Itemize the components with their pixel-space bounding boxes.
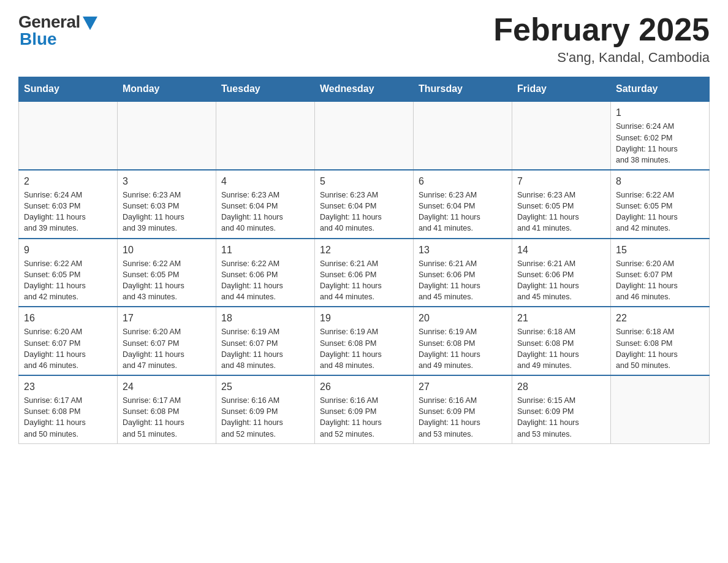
calendar-week-row: 2Sunrise: 6:24 AMSunset: 6:03 PMDaylight… [19, 170, 710, 239]
day-number: 15 [616, 243, 704, 257]
table-row: 7Sunrise: 6:23 AMSunset: 6:05 PMDaylight… [512, 170, 611, 239]
day-info: Sunrise: 6:20 AMSunset: 6:07 PMDaylight:… [616, 258, 704, 303]
month-title: February 2025 [493, 12, 710, 47]
day-number: 23 [24, 380, 112, 394]
day-info: Sunrise: 6:23 AMSunset: 6:04 PMDaylight:… [221, 190, 309, 234]
table-row: 25Sunrise: 6:16 AMSunset: 6:09 PMDayligh… [216, 375, 315, 443]
table-row [118, 101, 216, 170]
day-number: 21 [517, 311, 605, 325]
day-number: 8 [616, 174, 704, 188]
day-info: Sunrise: 6:22 AMSunset: 6:05 PMDaylight:… [24, 258, 112, 303]
table-row: 20Sunrise: 6:19 AMSunset: 6:08 PMDayligh… [414, 307, 512, 375]
day-number: 9 [24, 243, 112, 257]
table-row: 2Sunrise: 6:24 AMSunset: 6:03 PMDaylight… [19, 170, 118, 239]
day-number: 10 [123, 243, 211, 257]
table-row: 19Sunrise: 6:19 AMSunset: 6:08 PMDayligh… [315, 307, 414, 375]
calendar-week-row: 1Sunrise: 6:24 AMSunset: 6:02 PMDaylight… [19, 101, 710, 170]
day-number: 16 [24, 311, 112, 325]
table-row: 17Sunrise: 6:20 AMSunset: 6:07 PMDayligh… [118, 307, 216, 375]
table-row: 13Sunrise: 6:21 AMSunset: 6:06 PMDayligh… [414, 239, 512, 307]
table-row [216, 101, 315, 170]
table-row [611, 375, 710, 443]
header-wednesday: Wednesday [315, 77, 414, 102]
logo-triangle-icon [83, 17, 97, 30]
day-info: Sunrise: 6:23 AMSunset: 6:04 PMDaylight:… [419, 190, 507, 234]
day-number: 11 [221, 243, 309, 257]
day-number: 20 [419, 311, 507, 325]
table-row: 9Sunrise: 6:22 AMSunset: 6:05 PMDaylight… [19, 239, 118, 307]
day-info: Sunrise: 6:23 AMSunset: 6:05 PMDaylight:… [517, 190, 605, 234]
day-number: 5 [320, 174, 408, 188]
table-row: 3Sunrise: 6:23 AMSunset: 6:03 PMDaylight… [118, 170, 216, 239]
day-info: Sunrise: 6:20 AMSunset: 6:07 PMDaylight:… [24, 326, 112, 371]
day-number: 26 [320, 380, 408, 394]
table-row: 12Sunrise: 6:21 AMSunset: 6:06 PMDayligh… [315, 239, 414, 307]
day-info: Sunrise: 6:22 AMSunset: 6:06 PMDaylight:… [221, 258, 309, 303]
day-number: 14 [517, 243, 605, 257]
day-info: Sunrise: 6:15 AMSunset: 6:09 PMDaylight:… [517, 395, 605, 440]
table-row: 22Sunrise: 6:18 AMSunset: 6:08 PMDayligh… [611, 307, 710, 375]
table-row: 28Sunrise: 6:15 AMSunset: 6:09 PMDayligh… [512, 375, 611, 443]
table-row [19, 101, 118, 170]
header-thursday: Thursday [414, 77, 512, 102]
day-number: 28 [517, 380, 605, 394]
table-row: 4Sunrise: 6:23 AMSunset: 6:04 PMDaylight… [216, 170, 315, 239]
table-row [414, 101, 512, 170]
day-info: Sunrise: 6:20 AMSunset: 6:07 PMDaylight:… [123, 326, 211, 371]
day-info: Sunrise: 6:23 AMSunset: 6:04 PMDaylight:… [320, 190, 408, 234]
table-row: 15Sunrise: 6:20 AMSunset: 6:07 PMDayligh… [611, 239, 710, 307]
day-info: Sunrise: 6:17 AMSunset: 6:08 PMDaylight:… [123, 395, 211, 440]
calendar-week-row: 16Sunrise: 6:20 AMSunset: 6:07 PMDayligh… [19, 307, 710, 375]
header-saturday: Saturday [611, 77, 710, 102]
day-number: 17 [123, 311, 211, 325]
calendar-table: Sunday Monday Tuesday Wednesday Thursday… [18, 77, 710, 443]
day-info: Sunrise: 6:23 AMSunset: 6:03 PMDaylight:… [123, 190, 211, 234]
day-info: Sunrise: 6:16 AMSunset: 6:09 PMDaylight:… [320, 395, 408, 440]
day-info: Sunrise: 6:19 AMSunset: 6:08 PMDaylight:… [320, 326, 408, 371]
calendar-week-row: 9Sunrise: 6:22 AMSunset: 6:05 PMDaylight… [19, 239, 710, 307]
logo-blue-text: Blue [20, 29, 57, 49]
title-area: February 2025 S'ang, Kandal, Cambodia [493, 12, 710, 66]
header-friday: Friday [512, 77, 611, 102]
day-number: 27 [419, 380, 507, 394]
table-row: 18Sunrise: 6:19 AMSunset: 6:07 PMDayligh… [216, 307, 315, 375]
day-info: Sunrise: 6:17 AMSunset: 6:08 PMDaylight:… [24, 395, 112, 440]
day-info: Sunrise: 6:16 AMSunset: 6:09 PMDaylight:… [419, 395, 507, 440]
table-row: 27Sunrise: 6:16 AMSunset: 6:09 PMDayligh… [414, 375, 512, 443]
day-info: Sunrise: 6:18 AMSunset: 6:08 PMDaylight:… [616, 326, 704, 371]
table-row: 16Sunrise: 6:20 AMSunset: 6:07 PMDayligh… [19, 307, 118, 375]
day-number: 1 [616, 105, 704, 120]
day-number: 2 [24, 174, 112, 188]
location-subtitle: S'ang, Kandal, Cambodia [493, 50, 710, 66]
table-row: 23Sunrise: 6:17 AMSunset: 6:08 PMDayligh… [19, 375, 118, 443]
day-info: Sunrise: 6:18 AMSunset: 6:08 PMDaylight:… [517, 326, 605, 371]
day-number: 22 [616, 311, 704, 325]
day-info: Sunrise: 6:21 AMSunset: 6:06 PMDaylight:… [320, 258, 408, 303]
table-row: 5Sunrise: 6:23 AMSunset: 6:04 PMDaylight… [315, 170, 414, 239]
day-info: Sunrise: 6:22 AMSunset: 6:05 PMDaylight:… [123, 258, 211, 303]
table-row: 26Sunrise: 6:16 AMSunset: 6:09 PMDayligh… [315, 375, 414, 443]
day-number: 18 [221, 311, 309, 325]
table-row: 6Sunrise: 6:23 AMSunset: 6:04 PMDaylight… [414, 170, 512, 239]
table-row: 24Sunrise: 6:17 AMSunset: 6:08 PMDayligh… [118, 375, 216, 443]
header-sunday: Sunday [19, 77, 118, 102]
day-number: 24 [123, 380, 211, 394]
calendar-header-row: Sunday Monday Tuesday Wednesday Thursday… [19, 77, 710, 102]
day-number: 4 [221, 174, 309, 188]
table-row: 8Sunrise: 6:22 AMSunset: 6:05 PMDaylight… [611, 170, 710, 239]
day-info: Sunrise: 6:16 AMSunset: 6:09 PMDaylight:… [221, 395, 309, 440]
header-monday: Monday [118, 77, 216, 102]
day-info: Sunrise: 6:22 AMSunset: 6:05 PMDaylight:… [616, 190, 704, 234]
day-info: Sunrise: 6:21 AMSunset: 6:06 PMDaylight:… [419, 258, 507, 303]
day-number: 3 [123, 174, 211, 188]
day-info: Sunrise: 6:24 AMSunset: 6:03 PMDaylight:… [24, 190, 112, 234]
table-row: 1Sunrise: 6:24 AMSunset: 6:02 PMDaylight… [611, 101, 710, 170]
day-info: Sunrise: 6:21 AMSunset: 6:06 PMDaylight:… [517, 258, 605, 303]
day-number: 19 [320, 311, 408, 325]
day-number: 6 [419, 174, 507, 188]
page-header: General Blue February 2025 S'ang, Kandal… [18, 12, 710, 66]
table-row: 10Sunrise: 6:22 AMSunset: 6:05 PMDayligh… [118, 239, 216, 307]
day-number: 13 [419, 243, 507, 257]
table-row [512, 101, 611, 170]
day-info: Sunrise: 6:24 AMSunset: 6:02 PMDaylight:… [616, 121, 704, 166]
